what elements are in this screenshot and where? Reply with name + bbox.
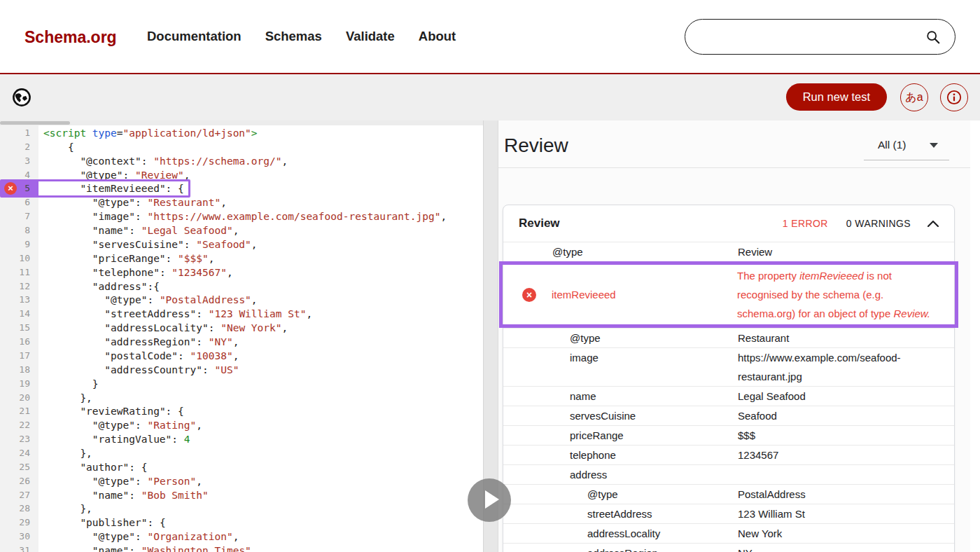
code-text: "streetAddress": "123 William St", [38,307,312,321]
property-value: 1234567 [738,446,954,464]
line-number: 26 [0,474,38,488]
schema-org-logo[interactable]: Schema.org [24,28,117,47]
chevron-up-icon[interactable] [927,220,939,227]
nav-item-schemas[interactable]: Schemas [265,29,322,44]
code-text: "name": "Washington Times", [38,544,258,552]
code-text: "image": "https://www.example.com/seafoo… [38,209,447,223]
editor-horizontal-scrollbar[interactable] [0,120,483,125]
chevron-down-icon [930,143,938,148]
nav-item-documentation[interactable]: Documentation [147,29,241,44]
search-input[interactable] [701,22,911,50]
property-value: 123 William St [738,504,954,523]
line-number: 9 [0,237,38,251]
line-number: 22 [0,418,38,432]
property-value: Restaurant [738,329,954,347]
property-row[interactable]: streetAddress123 William St [503,504,954,523]
line-number: 21 [0,404,38,418]
line-number: 2 [0,140,38,154]
info-icon [946,90,962,105]
code-text: <script type="application/ld+json"> [38,126,258,140]
code-text: "@context": "https://schema.org/", [38,154,288,168]
property-row[interactable]: priceRange$$$ [503,425,954,445]
property-row[interactable]: @typeReview [503,242,954,261]
error-count-badge: 1 ERROR [783,218,828,229]
property-row[interactable]: @typeRestaurant [503,328,954,347]
property-value: PostalAddress [738,485,954,504]
code-line: 26 "@type": "Person", [0,474,483,488]
language-icon: あa [905,90,923,105]
globe-icon[interactable] [12,88,31,107]
result-card-header[interactable]: Review 1 ERROR 0 WARNINGS [503,205,954,242]
line-number: 16 [0,335,38,349]
code-text: "addressRegion": "NY", [38,335,239,349]
code-line: 7 "image": "https://www.example.com/seaf… [0,209,483,223]
code-line: 12 "address":{ [0,280,483,294]
code-text: "addressLocality": "New York", [38,321,288,335]
code-line: 2 { [0,140,483,154]
result-card-title: Review [519,216,783,230]
line-number: 31 [0,544,38,552]
line-number: 17 [0,349,38,363]
property-value: Seafood [738,406,954,425]
editor-horizontal-scrollbar-thumb[interactable] [0,121,70,125]
code-text: "@type": "Person", [38,474,202,488]
info-button[interactable] [940,83,968,111]
property-row[interactable]: address [503,464,954,484]
code-text: "telephone": "1234567", [38,265,233,280]
code-line: 13 "@type": "PostalAddress", [0,293,483,307]
warning-count-badge: 0 WARNINGS [846,218,911,229]
code-text: "addressCountry": "US" [38,363,239,377]
search-box[interactable] [685,19,955,55]
code-text: "@type": "Organization", [38,530,239,544]
code-line: 21 "reviewRating": { [0,404,483,418]
line-number: 13 [0,293,38,307]
property-row[interactable]: addressLocalityNew York [503,523,954,543]
code-line: 17 "postalCode": "10038", [0,349,483,363]
code-line: 24 }, [0,446,483,460]
language-toggle-button[interactable]: あa [900,83,928,111]
property-row[interactable]: imagehttps://www.example.com/seafood-res… [503,347,954,386]
results-scrollbar[interactable] [970,120,980,552]
property-row[interactable]: addressRegionNY [503,543,954,552]
line-number: 10 [0,251,38,265]
line-number: 11 [0,265,38,280]
code-line: 11 "telephone": "1234567", [0,265,483,280]
property-row[interactable]: @typePostalAddress [503,484,954,504]
results-topbar: Review All (1) [498,120,970,168]
code-line: 3 "@context": "https://schema.org/", [0,154,483,168]
property-row-error[interactable]: ×itemRevieeedThe property itemRevieeed i… [499,261,958,328]
search-icon[interactable] [925,29,941,45]
site-header: Schema.org DocumentationSchemasValidateA… [0,0,980,74]
line-number: 14 [0,307,38,321]
property-name: streetAddress [503,504,738,523]
code-line: 22 "@type": "Rating", [0,418,483,432]
code-text: "servesCuisine": "Seafood", [38,237,258,251]
nav-item-validate[interactable]: Validate [346,29,395,44]
nav-item-about[interactable]: About [419,29,456,44]
code-text: "author": { [38,460,147,474]
play-button[interactable] [468,478,511,522]
property-name: @type [503,242,738,261]
line-number: 30 [0,530,38,544]
filter-dropdown[interactable]: All (1) [864,139,949,160]
property-row[interactable]: telephone1234567 [503,445,954,464]
code-editor[interactable]: 1<script type="application/ld+json">2 {3… [0,120,483,552]
error-marker-icon: × [4,182,17,195]
property-row[interactable]: nameLegal Seafood [503,386,954,406]
run-new-test-button[interactable]: Run new test [786,83,887,111]
filter-label: All (1) [878,139,906,151]
code-line: 15 "addressLocality": "New York", [0,321,483,335]
code-line: 14 "streetAddress": "123 William St", [0,307,483,321]
code-line: 20 }, [0,391,483,405]
line-number: 3 [0,154,38,168]
code-line: 6 "@type": "Restaurant", [0,195,483,209]
line-number: 24 [0,446,38,460]
property-row[interactable]: servesCuisineSeafood [503,406,954,425]
main-nav: DocumentationSchemasValidateAbout [147,0,456,73]
line-number: 7 [0,209,38,223]
property-name: addressRegion [503,544,738,552]
code-line: 18 "addressCountry": "US" [0,363,483,377]
results-title: Review [504,134,568,157]
property-name: address [503,465,738,484]
code-text: "@type": "PostalAddress", [38,293,258,307]
